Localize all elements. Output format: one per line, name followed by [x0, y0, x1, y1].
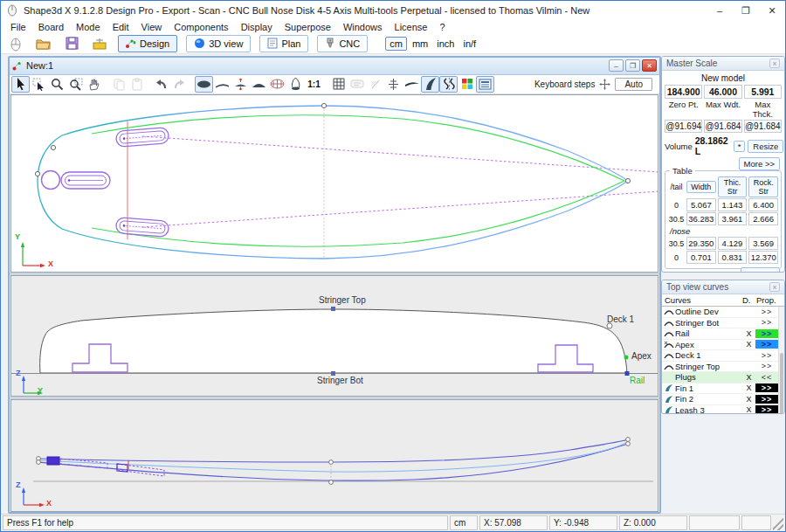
row-width[interactable]: 5.067 — [686, 198, 716, 211]
pan-hand-tool[interactable] — [85, 76, 103, 93]
perspective-view-toggle[interactable] — [286, 76, 305, 93]
menu-view[interactable]: View — [135, 22, 169, 32]
board-outline-curve[interactable] — [38, 106, 628, 259]
menu-components[interactable]: Components — [168, 22, 234, 32]
thickness-view-toggle[interactable] — [231, 76, 250, 93]
rail-point[interactable] — [625, 371, 630, 376]
curve-row-outline-dev[interactable]: Outline Dev>> — [662, 307, 784, 318]
width-col-header[interactable]: Width — [686, 181, 716, 193]
auto-button[interactable]: Auto — [615, 78, 652, 91]
deck-view-toggle[interactable] — [250, 76, 268, 93]
curve-row-deck1[interactable]: Deck 1>> — [662, 350, 784, 362]
menu-help[interactable]: ? — [433, 22, 451, 32]
curve-row-leash3[interactable]: Leash 3X>> — [662, 405, 784, 415]
max-wdt-value[interactable]: @91.684 — [704, 120, 741, 133]
star-button[interactable]: * — [734, 141, 746, 152]
doc-restore-button[interactable]: ❐ — [625, 59, 640, 72]
curve-row-apex[interactable]: ApexX>> — [662, 340, 784, 351]
mouse-tool-icon[interactable] — [6, 35, 25, 52]
design-mode-button[interactable]: Design — [118, 35, 177, 52]
minimize-button[interactable]: – — [707, 2, 733, 20]
curve-row-fin2[interactable]: Fin 2X>> — [662, 394, 784, 405]
menu-license[interactable]: License — [389, 22, 434, 32]
guidelines-toggle[interactable] — [439, 76, 458, 93]
curves-panel-close-icon[interactable]: x — [769, 282, 780, 292]
properties-panel-toggle[interactable] — [476, 76, 494, 93]
bottom-curve-toggle[interactable] — [403, 76, 421, 93]
menu-board[interactable]: Board — [32, 22, 70, 32]
doc-close-button[interactable]: ✕ — [642, 59, 657, 72]
curve-row-stringer-top[interactable]: Stringer Top>> — [662, 362, 784, 373]
menu-superpose[interactable]: Superpose — [279, 22, 337, 32]
export-scan-icon[interactable] — [90, 35, 109, 52]
row-rock[interactable]: 6.400 — [748, 198, 778, 211]
apex-rocker-curve[interactable] — [38, 441, 628, 472]
length-value[interactable]: 184.900 — [665, 85, 702, 99]
slice-view-canvas[interactable]: Stringer Top Stringer Bot Deck 1 Apex Ra… — [10, 275, 658, 397]
curve-row-stringer-bot[interactable]: Stringer Bot>> — [662, 318, 784, 329]
d-col-label[interactable]: D. — [742, 295, 756, 305]
zero-pt-value[interactable]: @91.694 — [665, 120, 702, 133]
open-file-icon[interactable] — [34, 35, 53, 52]
center-fin-box[interactable] — [61, 172, 110, 189]
btns-button[interactable]: << Btns — [741, 267, 780, 273]
rocker-view-canvas[interactable]: Z X — [10, 399, 658, 512]
select-area-tool[interactable] — [30, 76, 48, 93]
row-rock[interactable]: 3.569 — [748, 237, 778, 250]
doc-minimize-button[interactable]: – — [609, 59, 624, 72]
row-thic[interactable]: 4.129 — [718, 237, 748, 250]
3d-view-button[interactable]: 3D view — [186, 35, 251, 52]
row-width[interactable]: 29.350 — [686, 237, 716, 250]
width-value[interactable]: 46.000 — [704, 85, 741, 99]
leash-plug[interactable] — [42, 170, 60, 189]
redo-icon[interactable] — [170, 76, 189, 93]
resize-grip[interactable] — [773, 515, 783, 530]
slices-view-toggle[interactable] — [268, 76, 286, 93]
curves-scrollbar-thumb[interactable] — [780, 353, 783, 414]
flip-xy-toggle[interactable] — [366, 76, 384, 93]
row-thic[interactable]: 3.961 — [718, 212, 748, 225]
master-scale-close-icon[interactable]: x — [769, 59, 780, 68]
master-scale-header[interactable]: Master Scale x — [662, 57, 784, 71]
curve-row-plugs[interactable]: PlugsX<< — [662, 372, 784, 383]
curves-col-label[interactable]: Curves — [662, 295, 742, 305]
row-width[interactable]: 36.283 — [686, 212, 716, 225]
paste-icon[interactable] — [128, 76, 146, 93]
guides-toggle[interactable] — [384, 76, 403, 93]
more-button[interactable]: More >> — [739, 157, 780, 170]
menu-edit[interactable]: Edit — [107, 22, 135, 32]
grid-toggle[interactable] — [329, 76, 348, 93]
menu-display[interactable]: Display — [235, 22, 279, 32]
zoom-area-tool[interactable] — [66, 76, 85, 93]
move-steps-icon[interactable] — [599, 79, 610, 90]
row-width[interactable]: 0.701 — [686, 251, 716, 264]
rock-str-col-header[interactable]: Rock. Str — [748, 176, 778, 197]
cnc-button[interactable]: CNC — [317, 35, 368, 52]
colors-toggle[interactable] — [458, 76, 476, 93]
scale-1-1-button[interactable]: 1:1 — [305, 76, 323, 93]
copy-icon[interactable] — [109, 76, 128, 93]
menu-windows[interactable]: Windows — [337, 22, 389, 32]
prop-col-label[interactable]: Prop. — [756, 295, 784, 305]
zoom-tool[interactable] — [48, 76, 66, 93]
apex-curve[interactable] — [92, 114, 624, 246]
thic-str-col-header[interactable]: Thic. Str — [718, 176, 748, 197]
save-icon[interactable] — [62, 35, 81, 52]
deck-rocker-curve[interactable] — [38, 439, 628, 462]
row-rock[interactable]: 2.666 — [748, 212, 778, 225]
row-rock[interactable]: 12.370 — [748, 251, 778, 264]
maximize-button[interactable]: ❐ — [733, 2, 759, 20]
row-thic[interactable]: 0.831 — [718, 251, 748, 264]
side-fin-box-bottom[interactable] — [115, 217, 169, 237]
curve-row-fin1[interactable]: Fin 1X>> — [662, 383, 784, 395]
top-view-canvas[interactable]: Y X — [10, 94, 658, 273]
outline-view-toggle[interactable] — [195, 76, 213, 93]
curves-panel-header[interactable]: Top view curves x — [662, 280, 784, 294]
curves-scrollbar[interactable] — [778, 307, 784, 414]
select-tool[interactable] — [11, 76, 30, 93]
unit-mm[interactable]: mm — [409, 38, 431, 50]
unit-inch[interactable]: inch — [433, 38, 458, 50]
fin-toggle[interactable] — [421, 76, 439, 93]
menu-file[interactable]: File — [4, 22, 32, 32]
undo-icon[interactable] — [152, 76, 170, 93]
